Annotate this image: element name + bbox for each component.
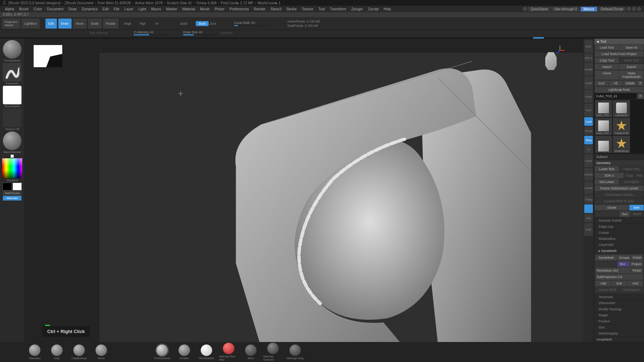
- sub-button[interactable]: Sub: [611, 281, 627, 286]
- convert-bpr-button[interactable]: Convert BPR To Geo: [595, 198, 644, 204]
- zsub-button[interactable]: Zsub: [196, 21, 209, 26]
- frame-button[interactable]: Frame: [584, 154, 593, 167]
- divide-button[interactable]: Divide: [595, 205, 629, 210]
- color-picker[interactable]: [2, 158, 22, 178]
- section-position[interactable]: Position: [594, 318, 644, 324]
- lightbox-button[interactable]: LightBox: [21, 19, 40, 29]
- skey-button[interactable]: SKey: [584, 136, 593, 144]
- dynamic-label[interactable]: Dynamic: [220, 31, 235, 35]
- menu-light[interactable]: Light: [136, 7, 148, 11]
- menu-movie[interactable]: Movie: [198, 7, 212, 11]
- freeze-subdiv-button[interactable]: Freeze SubDivision Levels: [595, 185, 644, 191]
- material-trimdynamic[interactable]: TrimDynamic: [152, 344, 172, 360]
- section-size[interactable]: Size: [594, 324, 644, 330]
- rotate-mode-button[interactable]: Rotate: [103, 19, 118, 29]
- menu-material[interactable]: Material: [180, 7, 197, 11]
- menu-document[interactable]: Document: [45, 7, 66, 11]
- smt-button[interactable]: Smt: [629, 205, 644, 210]
- menu-stroke[interactable]: Stroke: [284, 7, 299, 11]
- draw-size-slider[interactable]: Draw Size 42: [183, 30, 219, 35]
- import-button[interactable]: Import: [595, 64, 619, 70]
- zadd-button[interactable]: Zadd: [180, 22, 194, 25]
- brush-claybuildup[interactable]: ClayBuildup: [69, 344, 89, 360]
- panel-close-icon[interactable]: ◀: [596, 40, 599, 43]
- material-blinn[interactable]: Blinn: [241, 344, 260, 360]
- swatch-secondary[interactable]: [3, 183, 12, 190]
- and-button[interactable]: And: [627, 281, 643, 286]
- material-picker[interactable]: [3, 132, 21, 150]
- export-button[interactable]: Export: [619, 64, 644, 70]
- menu-render[interactable]: Render: [252, 7, 268, 11]
- material-greencl[interactable]: MatCap GreenCl: [263, 343, 283, 361]
- section-claypolish[interactable]: ClayPolish: [594, 242, 644, 248]
- xpose-button[interactable]: XPose: [584, 127, 593, 135]
- alpha-picker[interactable]: [3, 86, 21, 104]
- material-redwax[interactable]: MatCap Red Wax: [219, 343, 238, 361]
- section-arraymesh[interactable]: ArrayMesh: [594, 336, 644, 342]
- document-thumb[interactable]: [34, 45, 62, 67]
- edit-mode-button[interactable]: Edit: [45, 19, 57, 29]
- tool-panel-header[interactable]: ◀ Tool: [594, 39, 644, 44]
- tool-thumb-3[interactable]: PolyMesh3D: [613, 118, 630, 135]
- tool-thumb-4[interactable]: [595, 136, 612, 153]
- clone-button[interactable]: Clone: [595, 70, 619, 80]
- menu-dynamics[interactable]: Dynamics: [80, 7, 100, 11]
- load-project-button[interactable]: Load Tools From Project: [595, 51, 644, 57]
- section-modify-topology[interactable]: Modify Topology: [594, 306, 644, 312]
- menu-transform[interactable]: Transform: [328, 7, 348, 11]
- nav-gizmo[interactable]: [537, 45, 565, 74]
- move-mode-button[interactable]: Move: [73, 19, 87, 29]
- linefill-button[interactable]: LineFill: [584, 182, 593, 194]
- cage-button[interactable]: Cage: [624, 173, 635, 178]
- make-polymesh-button[interactable]: Make PolyMesh3D: [619, 70, 644, 80]
- goz-button[interactable]: GoZ: [595, 80, 609, 86]
- transp-button[interactable]: Transp: [584, 195, 593, 204]
- projection-master-button[interactable]: Projection Master: [2, 19, 20, 29]
- menu-alpha[interactable]: Alpha: [3, 7, 16, 11]
- sdiv-slider[interactable]: SDiv 2: [595, 173, 624, 178]
- floor-button[interactable]: Floor: [584, 104, 593, 116]
- focal-shift-slider[interactable]: Focal Shift -93: [234, 21, 270, 26]
- switchcolor-button[interactable]: SwitchColor: [3, 191, 21, 195]
- dynamesh-button[interactable]: DynaMesh: [595, 255, 617, 261]
- rst-button[interactable]: Rst: [635, 173, 644, 178]
- menu-brush[interactable]: Brush: [17, 7, 31, 11]
- add-button[interactable]: Add: [595, 281, 611, 286]
- brush-standard[interactable]: Standard: [25, 344, 44, 360]
- section-dynamesh[interactable]: ▸ DynaMesh: [594, 248, 644, 254]
- goz-visible-button[interactable]: Visible: [623, 80, 637, 86]
- spix-button[interactable]: SPix 3: [584, 54, 593, 62]
- groups-button[interactable]: Groups: [618, 255, 631, 261]
- project-button[interactable]: Project: [630, 261, 643, 267]
- goz-all-button[interactable]: All: [609, 80, 623, 86]
- tool-thumb-5[interactable]: SimpleBrush: [613, 136, 630, 153]
- color-chip[interactable]: [10, 154, 14, 158]
- seethrough-slider[interactable]: See-through 0: [551, 7, 580, 11]
- menu-zplugin[interactable]: Zplugin: [349, 7, 365, 11]
- section-stager[interactable]: Stager: [594, 312, 644, 318]
- subprojection-slider[interactable]: SubProjection 0.6: [595, 274, 643, 280]
- current-tool-name[interactable]: Cube_TOZ_41: [595, 93, 637, 99]
- z-intensity-slider[interactable]: Z Intensity 43: [134, 30, 170, 35]
- section-shadowbox[interactable]: ShadowBox: [594, 235, 644, 242]
- menu-tool[interactable]: Tool: [316, 7, 327, 11]
- section-crease[interactable]: Crease: [594, 229, 644, 235]
- menu-layer[interactable]: Layer: [122, 7, 136, 11]
- section-geometry[interactable]: Geometry: [594, 160, 644, 166]
- thickness-slider[interactable]: Thickness 0: [619, 287, 643, 293]
- draw-mode-button[interactable]: Draw: [58, 19, 72, 29]
- scale-mode-button[interactable]: Scale: [88, 19, 102, 29]
- del-higher-button[interactable]: Del Higher: [619, 179, 644, 185]
- tool-r-button[interactable]: R: [637, 93, 644, 99]
- section-dynamic-subdiv[interactable]: Dynamic Subdiv: [594, 217, 644, 223]
- paste-tool-button[interactable]: Paste Tool: [619, 58, 644, 63]
- create-shell-button[interactable]: Create Shell: [595, 287, 619, 293]
- quicksave-button[interactable]: QuickSave: [528, 7, 551, 11]
- menu-color[interactable]: Color: [31, 7, 44, 11]
- menu-picker[interactable]: Picker: [213, 7, 227, 11]
- local-button[interactable]: Local: [584, 117, 593, 126]
- load-tool-button[interactable]: Load Tool: [595, 45, 619, 50]
- menus-toggle[interactable]: Menus: [581, 7, 597, 11]
- section-zremesher[interactable]: ZRemesher: [594, 300, 644, 306]
- menu-macro[interactable]: Macro: [149, 7, 164, 11]
